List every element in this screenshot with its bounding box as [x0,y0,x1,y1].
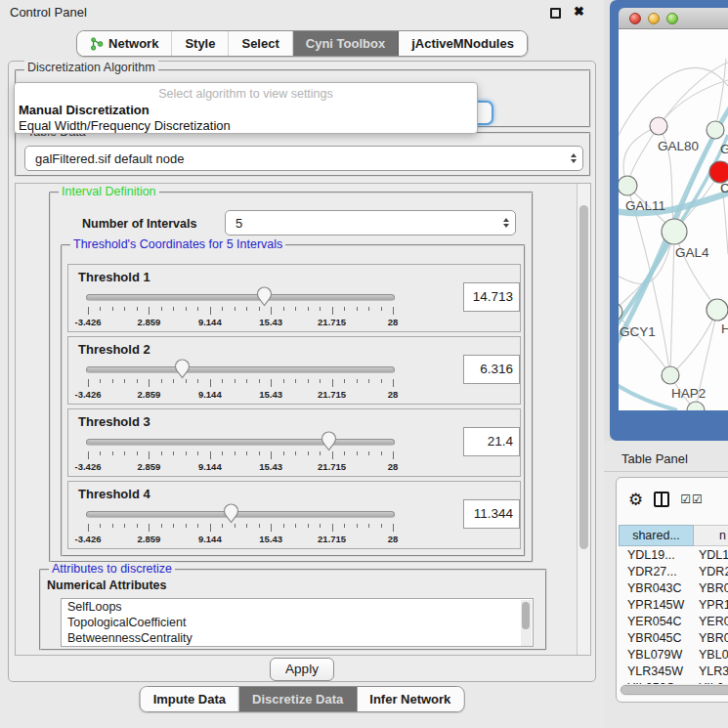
network-node[interactable] [709,161,728,183]
column-header-shared-name[interactable]: shared... [619,525,694,546]
attributes-scrollbar[interactable] [521,600,532,647]
table-row[interactable]: YBR043CYBR0 [619,580,728,597]
gear-icon[interactable]: ⚙ [628,490,643,510]
slider-thumb[interactable] [174,359,191,379]
tick-label: 28 [369,534,416,544]
number-of-intervals-label: Number of Intervals [82,217,196,231]
tab-jactivemnodules[interactable]: jActiveMNodules [399,31,527,56]
attribute-list-item[interactable]: SelfLoops [62,599,533,615]
threshold-label: Threshold 4 [78,487,150,501]
network-edge-thick [619,381,677,410]
tick-label: -3.426 [64,389,111,400]
tab-select[interactable]: Select [229,31,292,56]
cell-shared-name: YBR045C [619,630,694,647]
network-node[interactable] [707,121,724,139]
zoom-traffic-light-icon[interactable] [666,13,678,24]
close-traffic-light-icon[interactable] [629,13,641,24]
dropdown-option-manual-discretization[interactable]: Manual Discretization [19,103,150,117]
select-columns-icon[interactable]: ☑☑ [680,492,704,506]
stepper-arrows-icon [571,153,577,163]
threshold-slider[interactable]: -3.4262.8599.14415.4321.71528 [74,286,410,331]
network-edge [670,232,674,375]
table-row[interactable]: YDL19...YDL1 [619,547,728,564]
slider-track[interactable] [86,294,395,301]
tab-discretize-data[interactable]: Discretize Data [239,687,357,711]
threshold-value-field[interactable]: 14.713 [463,282,520,312]
threshold-slider[interactable]: -3.4262.8599.14415.4321.71528 [74,503,410,548]
minimize-traffic-light-icon[interactable] [648,13,660,24]
tick-label: 15.43 [247,317,294,327]
table-horizontal-scrollbar[interactable] [620,684,728,696]
slider-thumb[interactable] [321,431,337,451]
threshold-value-field[interactable]: 11.344 [463,499,520,529]
column-header-name[interactable]: n [694,525,728,546]
threshold-value-field[interactable]: 21.4 [463,427,520,456]
tick-label: 2.859 [125,317,172,327]
control-panel: Control Panel ✖ Network Style Select Cyn… [0,0,604,728]
network-node[interactable] [662,219,687,244]
threshold-label: Threshold 3 [78,414,150,429]
tab-infer-network[interactable]: Infer Network [357,687,463,711]
tick-label: 28 [369,389,416,400]
table-toolbar: ⚙ ☑☑ [617,478,728,521]
tab-cyni-toolbox[interactable]: Cyni Toolbox [293,31,399,56]
float-window-icon[interactable] [550,8,561,19]
tab-impute-data[interactable]: Impute Data [141,687,239,711]
control-panel-titlebar: Control Panel ✖ [0,0,604,23]
dropdown-option-equal-width-frequency[interactable]: Equal Width/Frequency Discretization [19,118,231,133]
tick-label: 9.144 [187,534,234,544]
tick-label: 28 [369,461,416,472]
slider-track[interactable] [86,366,395,373]
network-node[interactable] [662,366,679,384]
tab-label: Impute Data [153,692,226,707]
apply-button[interactable]: Apply [270,658,334,681]
tick-label: 9.144 [187,461,234,472]
tick-label: 21.715 [309,389,356,400]
threshold-row: Threshold 1-3.4262.8599.14415.4321.71528… [67,264,521,332]
cell-name: YBR0 [694,630,728,647]
tab-label: Style [185,36,215,51]
network-view-window: GAL80GCGAL11GAL4GCY1HHAP2 [610,0,728,441]
table-row[interactable]: YBL079WYBL0 [619,647,728,664]
slider-thumb[interactable] [223,503,239,524]
network-canvas[interactable]: GAL80GCGAL11GAL4GCY1HHAP2 [619,29,728,410]
close-icon[interactable]: ✖ [574,4,584,19]
table-data-combobox[interactable]: galFiltered.sif default node [24,146,583,171]
threshold-slider[interactable]: -3.4262.8599.14415.4321.71528 [74,359,410,404]
tab-label: Discretize Data [252,692,343,707]
table-row[interactable]: YPR145WYPR1 [619,597,728,614]
threshold-row: Threshold 3-3.4262.8599.14415.4321.71528… [67,408,521,477]
slider-track[interactable] [86,511,395,518]
split-columns-icon[interactable] [654,492,669,507]
table-row[interactable]: YER054CYER0 [619,614,728,630]
attribute-list-item[interactable]: BetweennessCentrality [62,630,533,646]
tick-label: 15.43 [247,389,294,400]
settings-scrollbar[interactable] [577,184,590,655]
node-table-panel: ⚙ ☑☑ shared... n YDL19...YDL1YDR27...YDR… [616,477,728,703]
attribute-list-item[interactable]: TopologicalCoefficient [62,615,533,630]
number-of-intervals-combobox[interactable]: 5 [225,210,516,236]
table-row[interactable]: YLR345WYLR3 [619,664,728,680]
network-node-label: G [720,142,728,156]
network-node-label: C [720,181,728,195]
network-node[interactable] [707,299,728,321]
network-node-label: GAL80 [658,139,699,153]
network-node[interactable] [650,117,667,135]
tab-network[interactable]: Network [77,31,172,56]
table-body: YDL19...YDL1YDR27...YDR2YBR043CYBR0YPR14… [619,547,728,697]
numerical-attributes-list[interactable]: SelfLoopsTopologicalCoefficientBetweenne… [61,598,534,647]
divider [604,471,728,472]
tick-label: 15.43 [247,534,294,544]
tab-style[interactable]: Style [172,31,229,56]
table-row[interactable]: YDR27...YDR2 [619,564,728,580]
table-row[interactable]: YBR045CYBR0 [619,630,728,647]
slider-track[interactable] [86,439,395,446]
network-node[interactable] [619,176,637,195]
network-node-label: GAL4 [675,245,709,260]
slider-thumb[interactable] [256,286,273,307]
threshold-slider[interactable]: -3.4262.8599.14415.4321.71528 [74,431,410,476]
network-icon [90,37,104,51]
tick-label: 21.715 [309,534,356,544]
threshold-value-field[interactable]: 6.316 [463,355,520,384]
bottom-tab-bar: Impute Data Discretize Data Infer Networ… [140,686,465,712]
